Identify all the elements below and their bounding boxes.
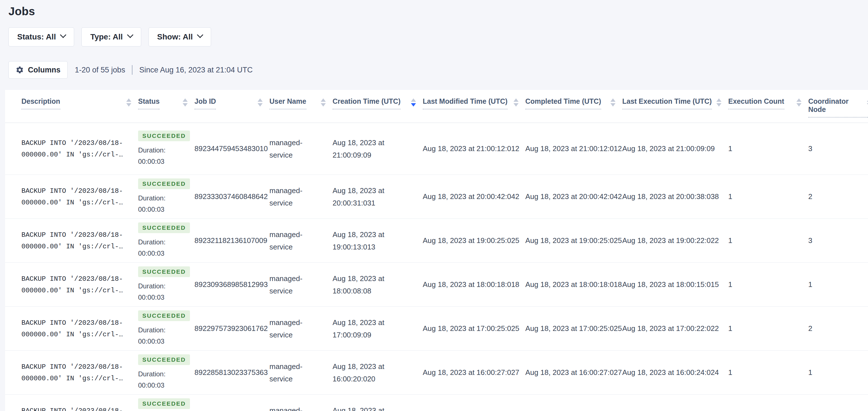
- column-header-execution-count[interactable]: Execution Count: [728, 90, 808, 123]
- duration-value: 00:00:03: [138, 204, 194, 215]
- column-header-creation-time[interactable]: Creation Time (UTC): [333, 90, 423, 123]
- description-line: BACKUP INTO '/2023/08/18-: [22, 137, 138, 149]
- job-description-link[interactable]: BACKUP INTO '/2023/08/18- 000000.00' IN …: [5, 351, 138, 395]
- jobs-count-text: 1-20 of 55 jobs: [75, 66, 125, 75]
- coordinator-node-cell: 3: [808, 123, 868, 175]
- columns-button[interactable]: Columns: [8, 61, 68, 79]
- creation-time-line: Aug 18, 2023 at: [333, 360, 423, 373]
- page-title: Jobs: [8, 5, 868, 18]
- creation-time-cell: Aug 18, 2023 at 21:00:09:09: [333, 123, 423, 175]
- status-badge: SUCCEEDED: [138, 354, 190, 365]
- execution-count-cell: 1: [728, 395, 808, 411]
- user-name-line: service: [270, 241, 333, 253]
- job-description-link[interactable]: BACKUP INTO '/2023/08/18- 000000.00' IN …: [5, 175, 138, 219]
- user-name-line: service: [270, 329, 333, 341]
- status-badge: SUCCEEDED: [138, 311, 190, 321]
- sort-icon: [183, 98, 188, 107]
- execution-count-cell: 1: [728, 307, 808, 351]
- status-badge: SUCCEEDED: [138, 398, 190, 409]
- sort-icon: [321, 98, 326, 107]
- coordinator-node-cell: 1: [808, 263, 868, 307]
- description-line: BACKUP INTO '/2023/08/18-: [22, 405, 138, 411]
- type-filter-label: Type: All: [90, 32, 123, 41]
- last-modified-time-cell: Aug 18, 2023 at 17:00:25:025: [423, 307, 525, 351]
- job-status-cell: SUCCEEDED Duration: 00:00:03: [138, 219, 194, 263]
- show-filter-label: Show: All: [157, 32, 193, 41]
- description-line: BACKUP INTO '/2023/08/18-: [22, 361, 138, 373]
- user-name-cell: managed- service: [270, 307, 333, 351]
- sort-icon: [611, 98, 616, 107]
- sort-icon: [257, 98, 262, 107]
- duration-label: Duration:: [138, 324, 194, 336]
- duration-value: 00:00:03: [138, 292, 194, 303]
- creation-time-cell: Aug 18, 2023 at 19:00:13:013: [333, 219, 423, 263]
- job-status-cell: SUCCEEDED Duration: 00:00:03: [138, 351, 194, 395]
- coordinator-node-cell: 3: [808, 395, 868, 411]
- user-name-cell: managed- service: [270, 395, 333, 411]
- table-row: BACKUP INTO '/2023/08/18- 000000.00' IN …: [5, 351, 868, 395]
- sort-desc-active-icon: [411, 98, 416, 107]
- columns-button-label: Columns: [28, 66, 61, 75]
- type-filter-dropdown[interactable]: Type: All: [82, 27, 141, 47]
- last-execution-time-cell: Aug 18, 2023 at 15:00:05:05: [622, 395, 728, 411]
- table-body: BACKUP INTO '/2023/08/18- 000000.00' IN …: [5, 123, 868, 411]
- last-modified-time-cell: Aug 18, 2023 at 16:00:27:027: [423, 351, 525, 395]
- duration-label: Duration:: [138, 236, 194, 248]
- description-line: BACKUP INTO '/2023/08/18-: [22, 273, 138, 285]
- duration-value: 00:00:03: [138, 248, 194, 259]
- job-description-link[interactable]: BACKUP INTO '/2023/08/18- 000000.00' IN …: [5, 219, 138, 263]
- table-row: BACKUP INTO '/2023/08/18- 000000.00' IN …: [5, 395, 868, 411]
- gear-icon: [16, 66, 24, 74]
- completed-time-cell: Aug 18, 2023 at 17:00:25:025: [525, 307, 622, 351]
- jobs-page: Jobs Status: All Type: All Show: All Col…: [0, 0, 868, 411]
- creation-time-line: Aug 18, 2023 at: [333, 184, 423, 197]
- column-header-user-name[interactable]: User Name: [270, 90, 333, 123]
- column-label: Job ID: [194, 97, 216, 109]
- completed-time-cell: Aug 18, 2023 at 16:00:27:027: [525, 351, 622, 395]
- job-id-cell: 892273953631109121: [194, 395, 270, 411]
- user-name-line: managed-: [270, 316, 333, 329]
- column-header-description[interactable]: Description: [5, 90, 138, 123]
- last-execution-time-cell: Aug 18, 2023 at 17:00:22:022: [622, 307, 728, 351]
- description-line: BACKUP INTO '/2023/08/18-: [22, 317, 138, 329]
- user-name-line: managed-: [270, 228, 333, 241]
- description-line: 000000.00' IN 'gs://crl-…: [22, 197, 138, 208]
- table-row: BACKUP INTO '/2023/08/18- 000000.00' IN …: [5, 219, 868, 263]
- completed-time-cell: Aug 18, 2023 at 21:00:12:012: [525, 123, 622, 175]
- last-modified-time-cell: Aug 18, 2023 at 15:00:08:08: [423, 395, 525, 411]
- duration-value: 00:00:03: [138, 336, 194, 347]
- job-description-link[interactable]: BACKUP INTO '/2023/08/18- 000000.00' IN …: [5, 307, 138, 351]
- creation-time-line: Aug 18, 2023 at: [333, 272, 423, 285]
- user-name-line: service: [270, 149, 333, 161]
- sort-icon: [514, 98, 519, 107]
- column-header-job-id[interactable]: Job ID: [194, 90, 270, 123]
- column-header-coordinator-node[interactable]: Coordinator Node: [808, 90, 868, 123]
- completed-time-cell: Aug 18, 2023 at 15:00:08:08: [525, 395, 622, 411]
- job-description-link[interactable]: BACKUP INTO '/2023/08/18- 000000.00' IN …: [5, 395, 138, 411]
- job-description-link[interactable]: BACKUP INTO '/2023/08/18- 000000.00' IN …: [5, 123, 138, 175]
- user-name-line: managed-: [270, 272, 333, 285]
- job-id-cell: 892321182136107009: [194, 219, 270, 263]
- column-header-status[interactable]: Status: [138, 90, 194, 123]
- description-line: BACKUP INTO '/2023/08/18-: [22, 185, 138, 197]
- job-status-cell: SUCCEEDED Duration: 00:00:03: [138, 123, 194, 175]
- description-line: 000000.00' IN 'gs://crl-…: [22, 285, 138, 296]
- status-badge: SUCCEEDED: [138, 178, 190, 189]
- column-header-last-modified-time[interactable]: Last Modified Time (UTC): [423, 90, 525, 123]
- user-name-cell: managed- service: [270, 219, 333, 263]
- execution-count-cell: 1: [728, 351, 808, 395]
- creation-time-line: Aug 18, 2023 at: [333, 137, 423, 149]
- description-line: 000000.00' IN 'gs://crl-…: [22, 149, 138, 160]
- column-header-last-execution-time[interactable]: Last Execution Time (UTC): [622, 90, 728, 123]
- show-filter-dropdown[interactable]: Show: All: [149, 27, 211, 47]
- table-row: BACKUP INTO '/2023/08/18- 000000.00' IN …: [5, 123, 868, 175]
- job-description-link[interactable]: BACKUP INTO '/2023/08/18- 000000.00' IN …: [5, 263, 138, 307]
- last-execution-time-cell: Aug 18, 2023 at 21:00:09:09: [622, 123, 728, 175]
- completed-time-cell: Aug 18, 2023 at 20:00:42:042: [525, 175, 622, 219]
- column-label: User Name: [270, 97, 306, 109]
- sort-icon: [716, 98, 721, 107]
- status-filter-dropdown[interactable]: Status: All: [8, 27, 74, 47]
- creation-time-cell: Aug 18, 2023 at 16:00:20:020: [333, 351, 423, 395]
- creation-time-line: Aug 18, 2023 at: [333, 404, 423, 411]
- column-header-completed-time[interactable]: Completed Time (UTC): [525, 90, 622, 123]
